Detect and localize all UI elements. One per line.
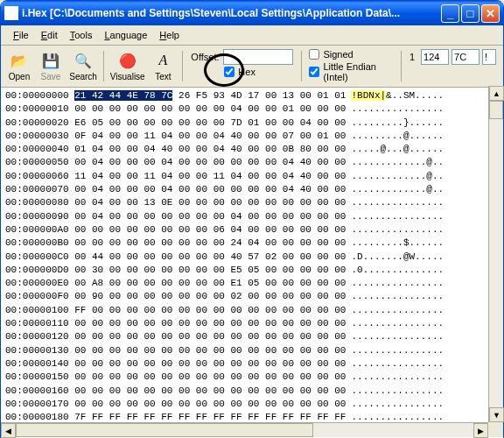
- open-button[interactable]: 📂 Open: [4, 49, 34, 83]
- hex-bytes[interactable]: 01 04 00 00 04 40 00 00 04 40 00 00 0B 8…: [74, 143, 346, 156]
- hex-bytes[interactable]: 00 04 00 00 00 04 00 00 00 00 00 00 04 4…: [74, 156, 346, 169]
- int-dec-1[interactable]: [421, 49, 449, 65]
- maximize-button[interactable]: □: [461, 4, 480, 23]
- visualise-button[interactable]: 🔴 Visualise: [108, 49, 146, 83]
- hex-view[interactable]: 00:00000000 21 42 44 4E 78 7C 26 F5 93 4…: [1, 88, 503, 438]
- folder-open-icon: 📂: [9, 51, 30, 70]
- hex-bytes[interactable]: 00 30 00 00 00 00 00 00 00 E5 05 00 00 0…: [74, 264, 346, 277]
- hex-address: 00:00000010: [5, 102, 74, 116]
- hex-bytes[interactable]: 00 00 00 00 00 00 00 00 00 00 00 00 00 0…: [74, 371, 346, 384]
- hex-ascii[interactable]: .........$......: [351, 237, 444, 250]
- close-button[interactable]: ✕: [481, 4, 500, 23]
- scroll-down-button[interactable]: ▼: [489, 407, 504, 422]
- hex-bytes[interactable]: 00 00 00 00 00 00 00 00 00 00 00 00 00 0…: [74, 398, 346, 411]
- titlebar[interactable]: i.Hex [C:\Documents and Settings\Steven\…: [1, 1, 503, 25]
- hex-address: 00:00000170: [5, 398, 74, 411]
- hex-bytes[interactable]: 11 04 00 00 11 04 00 00 11 04 00 00 04 4…: [74, 170, 346, 183]
- hex-ascii[interactable]: .....@...@......: [351, 143, 444, 156]
- scroll-corner: [488, 422, 503, 437]
- hex-address: 00:000000C0: [5, 251, 74, 264]
- int-asc-1[interactable]: [482, 49, 496, 65]
- search-button[interactable]: 🔍 Search: [67, 49, 99, 83]
- hex-bytes[interactable]: 00 00 00 00 00 00 00 00 00 00 00 00 00 0…: [74, 330, 346, 343]
- hex-ascii[interactable]: .............@..: [351, 183, 444, 196]
- hex-ascii[interactable]: ................: [351, 317, 444, 330]
- hex-address: 00:00000040: [5, 143, 74, 156]
- hex-address: 00:00000140: [5, 357, 74, 371]
- hex-bytes[interactable]: 0F 04 00 00 11 04 00 00 04 40 00 00 07 0…: [74, 130, 346, 143]
- hex-address: 00:000000E0: [5, 277, 74, 290]
- hex-bytes[interactable]: 00 04 00 00 00 04 00 00 00 00 00 00 04 4…: [74, 183, 346, 196]
- hex-ascii[interactable]: ................: [351, 371, 444, 384]
- scroll-left-button[interactable]: ◀: [1, 423, 16, 438]
- hex-ascii[interactable]: .........}......: [351, 117, 444, 130]
- toolbar-separator: [182, 51, 183, 81]
- menu-tools[interactable]: Tools: [65, 28, 98, 42]
- hex-bytes[interactable]: 00 00 00 00 00 00 00 00 06 04 00 00 00 0…: [74, 223, 346, 237]
- toolbar-separator: [103, 51, 104, 81]
- hex-address: 00:00000070: [5, 183, 74, 196]
- hex-ascii[interactable]: ................: [351, 290, 444, 303]
- vertical-scrollbar[interactable]: ▲ ▼: [488, 86, 503, 422]
- hex-checkbox[interactable]: [224, 67, 234, 77]
- text-button[interactable]: A Text: [148, 49, 178, 83]
- hex-address: 00:000000A0: [5, 223, 74, 237]
- hex-address: 00:00000000: [5, 89, 74, 102]
- hex-ascii[interactable]: ................: [351, 277, 444, 290]
- hex-ascii[interactable]: ................: [351, 223, 444, 237]
- hex-ascii[interactable]: ................: [351, 330, 444, 343]
- hex-ascii[interactable]: ................: [351, 385, 444, 398]
- hex-bytes[interactable]: 00 00 00 00 00 00 00 00 00 00 00 00 00 0…: [74, 317, 346, 330]
- toolbar-separator: [301, 51, 302, 81]
- hex-bytes[interactable]: FF 00 00 00 00 00 00 00 00 00 00 00 00 0…: [74, 304, 346, 317]
- scroll-thumb-v[interactable]: [489, 101, 503, 119]
- hex-bytes[interactable]: 00 04 00 00 13 0E 00 00 00 00 00 00 00 0…: [74, 196, 346, 209]
- hex-ascii[interactable]: ................: [351, 304, 444, 317]
- endian-checkbox[interactable]: [309, 67, 319, 77]
- scroll-right-button[interactable]: ▶: [473, 423, 488, 438]
- hex-bytes[interactable]: 00 00 00 00 00 00 00 00 00 00 00 00 00 0…: [74, 385, 346, 398]
- hex-ascii[interactable]: .............@..: [351, 170, 444, 183]
- hex-bytes[interactable]: 00 44 00 00 00 00 00 00 00 40 57 02 00 0…: [74, 251, 346, 264]
- hex-address: 00:00000020: [5, 117, 74, 130]
- int-size-1-label: 1: [410, 52, 418, 62]
- hex-ascii[interactable]: .............@..: [351, 156, 444, 169]
- menu-file[interactable]: File: [8, 28, 34, 42]
- offset-input[interactable]: [223, 49, 293, 65]
- hex-bytes[interactable]: 00 00 00 00 00 00 00 00 00 00 00 00 00 0…: [74, 357, 346, 371]
- hex-ascii[interactable]: ................: [351, 344, 444, 357]
- hex-bytes[interactable]: 00 A8 00 00 00 00 00 00 00 E1 05 00 00 0…: [74, 277, 346, 290]
- horizontal-scrollbar[interactable]: ◀ ▶: [1, 422, 488, 437]
- hex-ascii[interactable]: ................: [351, 196, 444, 209]
- hex-address: 00:00000050: [5, 156, 74, 169]
- hex-ascii[interactable]: ................: [351, 357, 444, 371]
- hex-bytes[interactable]: 00 00 00 00 00 00 00 00 00 04 00 00 01 0…: [74, 102, 346, 116]
- signed-checkbox[interactable]: [309, 49, 319, 60]
- hex-bytes[interactable]: 00 90 00 00 00 00 00 00 00 02 00 00 00 0…: [74, 290, 346, 303]
- scroll-up-button[interactable]: ▲: [489, 86, 504, 101]
- toolbar: 📂 Open 💾 Save 🔍 Search 🔴 Visualise A Tex…: [1, 46, 503, 88]
- search-label: Search: [69, 72, 97, 81]
- hex-bytes[interactable]: E6 05 00 00 00 00 00 00 00 7D 01 00 00 0…: [74, 117, 346, 130]
- hex-ascii[interactable]: !BDNx|&..SM.....: [351, 89, 444, 102]
- menu-language[interactable]: Language: [99, 28, 152, 42]
- hex-ascii[interactable]: ................: [351, 102, 444, 116]
- minimize-button[interactable]: _: [441, 4, 459, 23]
- hex-bytes[interactable]: 00 04 00 00 00 00 00 00 00 04 00 00 00 0…: [74, 210, 346, 223]
- hex-ascii[interactable]: .D.......@W.....: [351, 251, 444, 264]
- hex-ascii[interactable]: ................: [351, 210, 444, 223]
- hex-bytes[interactable]: 00 00 00 00 00 00 00 00 00 24 04 00 00 0…: [74, 237, 346, 250]
- hex-ascii[interactable]: .0..............: [351, 264, 444, 277]
- hex-ascii[interactable]: ................: [351, 398, 444, 411]
- menubar: File Edit Tools Language Help: [1, 25, 503, 46]
- hex-checkbox-label: Hex: [238, 67, 256, 77]
- int-hex-1[interactable]: [452, 49, 480, 65]
- save-button[interactable]: 💾 Save: [36, 49, 66, 83]
- menu-edit[interactable]: Edit: [36, 28, 63, 42]
- hex-address: 00:00000120: [5, 330, 74, 343]
- hex-bytes[interactable]: 21 42 44 4E 78 7C 26 F5 93 4D 17 00 13 0…: [74, 89, 346, 102]
- hex-bytes[interactable]: 00 00 00 00 00 00 00 00 00 00 00 00 00 0…: [74, 344, 346, 357]
- menu-help[interactable]: Help: [154, 28, 185, 42]
- hex-ascii[interactable]: .........@......: [351, 130, 444, 143]
- scroll-thumb-h[interactable]: [16, 423, 313, 437]
